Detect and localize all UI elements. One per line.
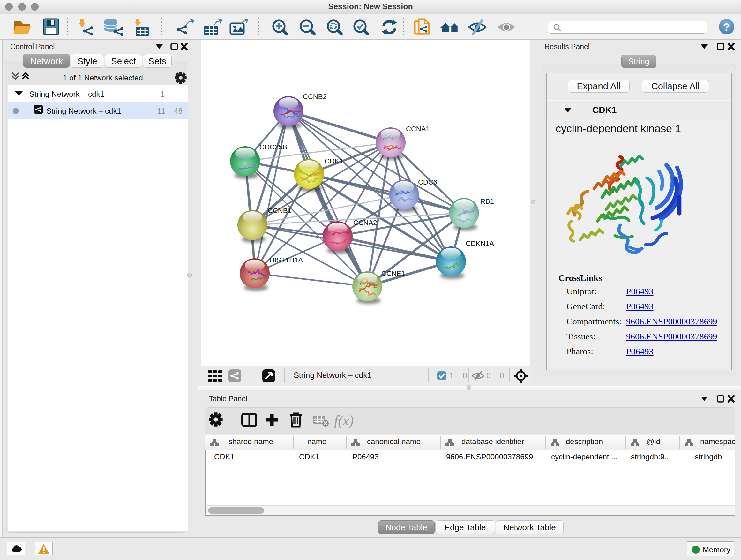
- svg-text:CCNB2: CCNB2: [303, 92, 327, 101]
- svg-text:CCNA2: CCNA2: [353, 219, 377, 227]
- svg-text:f(x): f(x): [334, 413, 354, 428]
- svg-text:CDC25B: CDC25B: [259, 143, 287, 151]
- svg-text:CDC6: CDC6: [418, 178, 437, 186]
- svg-text:CCNE1: CCNE1: [381, 269, 405, 277]
- svg-text:CDKN1A: CDKN1A: [466, 240, 494, 247]
- svg-text:RB1: RB1: [480, 197, 494, 205]
- svg-text:CCNB1: CCNB1: [268, 206, 292, 214]
- svg-text:CCNA1: CCNA1: [406, 125, 430, 133]
- svg-text:HIST1H1A: HIST1H1A: [269, 256, 303, 264]
- svg-text:CDK1: CDK1: [325, 157, 343, 165]
